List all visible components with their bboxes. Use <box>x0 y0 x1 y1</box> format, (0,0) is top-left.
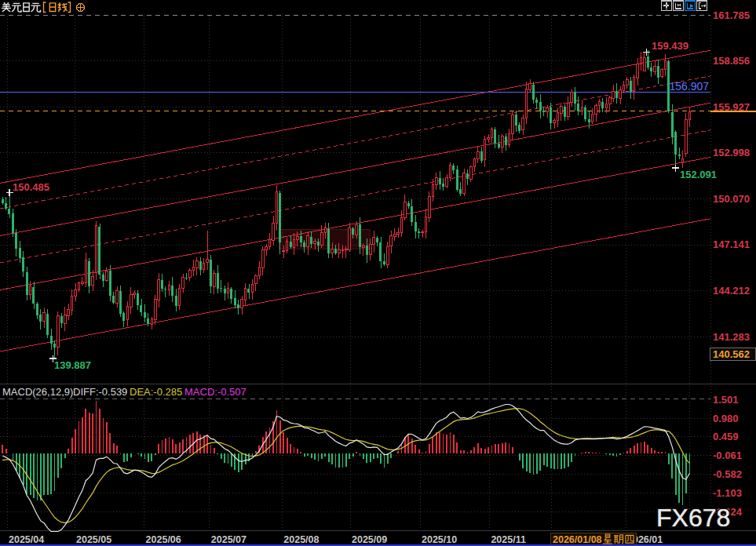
svg-text:1.501: 1.501 <box>713 394 739 406</box>
svg-text:DEA:-0.285: DEA:-0.285 <box>130 386 182 398</box>
svg-text:144.212: 144.212 <box>713 285 750 297</box>
svg-text:152.998: 152.998 <box>713 147 750 158</box>
svg-text:139.887: 139.887 <box>54 359 91 371</box>
svg-text:152.091: 152.091 <box>680 169 717 180</box>
svg-text:2026/01/08: 2026/01/08 <box>553 534 602 545</box>
svg-text:161.785: 161.785 <box>713 9 750 21</box>
svg-text:2025/10: 2025/10 <box>422 534 457 545</box>
svg-text:0.459: 0.459 <box>713 431 739 442</box>
svg-text:MACD:-0.507: MACD:-0.507 <box>184 386 247 398</box>
svg-text:0.980: 0.980 <box>713 413 739 424</box>
svg-text:-0.582: -0.582 <box>713 468 742 480</box>
svg-text:156.907: 156.907 <box>669 80 709 93</box>
svg-text:150.485: 150.485 <box>13 181 49 193</box>
svg-text:DIFF:-0.539: DIFF:-0.539 <box>73 386 127 398</box>
svg-text:2025/11: 2025/11 <box>491 534 526 545</box>
svg-text:2025/05: 2025/05 <box>76 534 111 545</box>
svg-text:158.856: 158.856 <box>713 55 750 67</box>
svg-text:147.141: 147.141 <box>713 238 750 250</box>
svg-text:2025/07: 2025/07 <box>211 534 247 545</box>
svg-text:-1.103: -1.103 <box>713 487 742 499</box>
svg-text:2025/09: 2025/09 <box>352 534 387 545</box>
svg-text:MACD(26,12,9): MACD(26,12,9) <box>2 386 73 398</box>
svg-text:2025/04: 2025/04 <box>9 534 44 545</box>
svg-text:150.070: 150.070 <box>713 193 750 205</box>
svg-text:-0.061: -0.061 <box>713 450 742 461</box>
svg-text:159.439: 159.439 <box>652 40 688 52</box>
svg-text:FX678: FX678 <box>656 504 730 532</box>
svg-text:2025/06: 2025/06 <box>146 534 181 545</box>
svg-text:140.562: 140.562 <box>713 348 750 360</box>
svg-text:141.283: 141.283 <box>713 331 750 343</box>
svg-text:155.927: 155.927 <box>713 101 750 113</box>
svg-text:2025/08: 2025/08 <box>283 534 319 545</box>
